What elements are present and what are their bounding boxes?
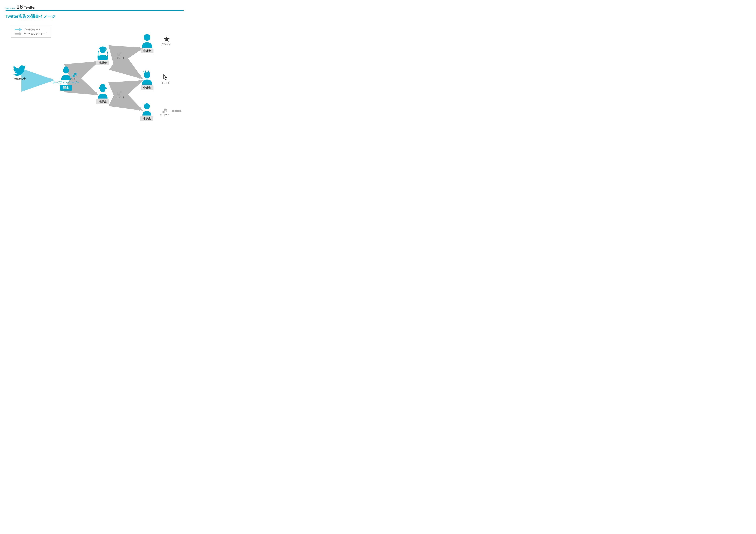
retweet-group-1: リツイート	[69, 72, 79, 80]
svg-marker-15	[164, 36, 170, 42]
mid-top-badge: 非課金	[96, 61, 109, 65]
contents-label: CONTENTS	[6, 7, 15, 9]
dotted-arrow-head	[180, 110, 182, 112]
header: CONTENTS 16 Twitter	[6, 4, 184, 10]
star-label: お気に入り	[162, 42, 172, 45]
page-title: Twitter広告の課金イメージ	[6, 14, 184, 19]
dot-2	[175, 110, 177, 112]
mid-top-node: 非課金	[96, 45, 109, 65]
mid-right-badge: 非課金	[141, 86, 153, 90]
bottom-right-badge: 非課金	[140, 116, 153, 121]
svg-line-6	[118, 62, 140, 77]
retweet-label-1: リツイート	[69, 78, 79, 80]
page: CONTENTS 16 Twitter Twitter広告の課金イメージ プロモ…	[0, 0, 189, 137]
svg-point-9	[63, 67, 69, 73]
svg-line-8	[118, 98, 140, 109]
retweet-group-2: リツイート	[115, 51, 125, 60]
top-right-node: 非課金	[140, 33, 154, 53]
svg-point-10	[100, 47, 106, 53]
retweet-icon-1	[71, 72, 78, 78]
retweet-icon-2	[117, 51, 123, 57]
retweet-group-3: リツイート	[115, 91, 125, 99]
bottom-right-node: 非課金	[140, 103, 153, 121]
retweet-label-4: リツイート	[159, 113, 169, 116]
cursor-action: クリック	[162, 74, 170, 84]
retweet-group-4: リツイート	[159, 108, 169, 116]
mid-bottom-node: 非課金	[96, 84, 109, 104]
retweet-icon-3	[117, 91, 123, 96]
retweet-icon-4	[161, 108, 168, 113]
targeting-user-label: ターゲティングユーザー	[53, 81, 79, 84]
diagram: Twitter広告 ターゲティングユーザー 課金 リツイート	[6, 23, 183, 134]
header-title: Twitter	[24, 5, 36, 10]
cursor-icon	[163, 74, 169, 81]
top-right-icon	[140, 33, 154, 48]
retweet-label-3: リツイート	[115, 96, 125, 99]
targeting-badge: 課金	[60, 85, 72, 90]
svg-point-14	[144, 34, 150, 41]
svg-point-17	[144, 103, 150, 109]
svg-point-13	[100, 87, 105, 92]
mid-top-icon	[96, 45, 109, 60]
star-action: お気に入り	[162, 36, 172, 45]
dotted-arrow	[172, 110, 182, 112]
retweet-label-2: リツイート	[115, 57, 125, 60]
twitter-bird: Twitter広告	[13, 65, 26, 81]
twitter-ad-label: Twitter広告	[13, 77, 26, 81]
svg-point-16	[144, 72, 150, 78]
mid-bottom-icon	[96, 84, 109, 98]
arrows-svg	[6, 23, 183, 134]
mid-bottom-badge: 非課金	[96, 99, 109, 104]
star-icon	[163, 36, 170, 42]
dot-1	[172, 110, 174, 112]
dot-3	[177, 110, 179, 112]
bottom-right-icon	[141, 103, 153, 115]
cursor-label: クリック	[162, 82, 170, 84]
top-right-badge: 非課金	[141, 48, 153, 53]
twitter-bird-icon	[13, 65, 26, 76]
header-number: 16	[16, 4, 23, 10]
svg-line-7	[118, 82, 140, 91]
header-rule	[6, 10, 184, 11]
mid-right-icon	[140, 70, 154, 85]
mid-right-node: 非課金	[140, 70, 154, 90]
